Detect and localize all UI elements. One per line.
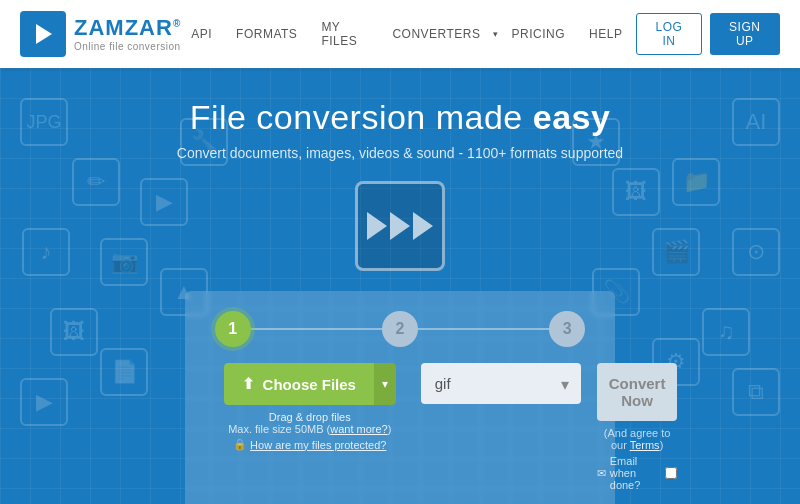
- step-2-col: gif: [421, 363, 581, 404]
- step-2-circle: 2: [382, 311, 418, 347]
- convert-now-button[interactable]: Convert Now: [597, 363, 678, 421]
- signup-button[interactable]: SIGN UP: [710, 13, 780, 55]
- logo-tm: ®: [173, 18, 181, 29]
- logo-area: ZAMZAR® Online file conversion: [20, 11, 181, 57]
- nav-converters[interactable]: CONVERTERS ▾: [382, 21, 497, 47]
- choose-files-wrapper: ⬆ Choose Files ▾: [224, 363, 396, 405]
- max-file-size-text: Max. file size 50MB (want more?): [228, 423, 391, 435]
- drag-text: Drag & drop files: [269, 411, 351, 423]
- play-arrow-2: [390, 212, 410, 240]
- nav-formats[interactable]: FORMATS: [226, 21, 307, 47]
- nav-my-files[interactable]: MY FILES: [311, 14, 378, 54]
- play-arrows-icon: [367, 212, 433, 240]
- conversion-panel: 1 2 3 ⬆ Choose Files ▾ Drag & drop files: [185, 291, 615, 504]
- protected-link[interactable]: How are my files protected?: [250, 439, 386, 451]
- logo-sub: Online file conversion: [74, 41, 181, 52]
- hero-title-bold: easy: [533, 98, 611, 136]
- logo-text-area: ZAMZAR® Online file conversion: [74, 16, 181, 51]
- logo-box: [20, 11, 66, 57]
- steps-row: 1 2 3: [215, 311, 585, 347]
- want-more-link[interactable]: want more?: [330, 423, 387, 435]
- logo-name: ZAMZAR®: [74, 16, 181, 40]
- lock-icon: 🔒: [233, 438, 247, 451]
- hero-subtitle: Convert documents, images, videos & soun…: [177, 145, 623, 161]
- format-select[interactable]: gif: [421, 363, 581, 404]
- play-arrow-1: [367, 212, 387, 240]
- agree-text: (And agree to our Terms): [597, 427, 678, 451]
- choose-files-dropdown-button[interactable]: ▾: [374, 363, 396, 405]
- choose-files-button[interactable]: ⬆ Choose Files: [224, 363, 374, 405]
- login-button[interactable]: LOG IN: [636, 13, 701, 55]
- nav: API FORMATS MY FILES CONVERTERS ▾ PRICIN…: [181, 13, 780, 55]
- step-1-col: ⬆ Choose Files ▾ Drag & drop files Max. …: [215, 363, 405, 451]
- max-text-suffix: ): [388, 423, 392, 435]
- protected-link-row: 🔒 How are my files protected?: [233, 438, 386, 451]
- chevron-down-icon: ▾: [493, 29, 498, 39]
- email-when-done-label: ✉: [597, 467, 606, 480]
- logo-name-text: ZAMZAR: [74, 15, 173, 40]
- nav-pricing[interactable]: PRICING: [502, 21, 576, 47]
- header: ZAMZAR® Online file conversion API FORMA…: [0, 0, 800, 68]
- step-1-circle: 1: [215, 311, 251, 347]
- terms-link[interactable]: Terms: [630, 439, 660, 451]
- logo-arrow-icon: [36, 24, 52, 44]
- email-label-text: Email when done?: [610, 455, 662, 491]
- step-3-col: Convert Now (And agree to our Terms) ✉ E…: [597, 363, 678, 491]
- choose-files-label: Choose Files: [263, 376, 356, 393]
- play-arrow-3: [413, 212, 433, 240]
- max-text-prefix: Max. file size 50MB (: [228, 423, 330, 435]
- nav-help[interactable]: HELP: [579, 21, 632, 47]
- step-3-circle: 3: [549, 311, 585, 347]
- hero-section: JPG ✏ ♪ 📷 🖼 ▶ ▲ ▶ 📄 AI 📁 ⊙ 🎬 ♫ 🖼 📎 ⧉ ⚙ 🔧…: [0, 68, 800, 504]
- format-select-wrapper: gif: [421, 363, 581, 404]
- email-checkbox[interactable]: [665, 467, 677, 479]
- nav-api[interactable]: API: [181, 21, 222, 47]
- hero-title-normal: File conversion made: [190, 98, 533, 136]
- controls-row: ⬆ Choose Files ▾ Drag & drop files Max. …: [215, 363, 585, 491]
- email-row: ✉ Email when done?: [597, 455, 678, 491]
- agree-suffix: ): [660, 439, 664, 451]
- upload-icon: ⬆: [242, 375, 255, 393]
- nav-converters-link[interactable]: CONVERTERS: [382, 21, 490, 47]
- play-icon-container: [355, 181, 445, 271]
- hero-content: File conversion made easy Convert docume…: [0, 68, 800, 504]
- hero-title: File conversion made easy: [190, 98, 611, 137]
